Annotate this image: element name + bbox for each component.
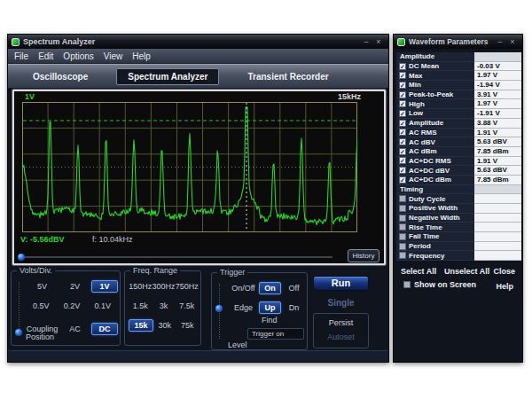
param-label: AC+DC dBm (409, 176, 451, 184)
param-label: Low (409, 109, 423, 117)
coupling-option-ac[interactable]: AC (59, 325, 91, 333)
freq-option-1-5k[interactable]: 1.5k (129, 301, 152, 310)
param-label-cell: Rise Time (396, 223, 474, 232)
history-button[interactable]: History (348, 249, 379, 262)
param-label: Peak-to-Peak (409, 90, 453, 98)
menu-item-help[interactable]: Help (132, 51, 151, 61)
run-button[interactable]: Run (313, 276, 369, 291)
volts-option-0-2v[interactable]: 0.2V (57, 301, 88, 310)
freq-option-15k[interactable]: 15k (129, 319, 153, 332)
minimize-button[interactable]: – (360, 36, 372, 47)
freq-option-300hz[interactable]: 300Hz (152, 282, 175, 291)
checkbox-max[interactable]: ✓ (399, 72, 406, 79)
trigger-off-button[interactable]: Off (281, 284, 307, 293)
checkbox-min[interactable]: ✓ (399, 82, 406, 89)
param-value: -1.91 V (474, 109, 521, 119)
select-all-button[interactable]: Select All (401, 267, 436, 276)
persist-button[interactable]: Persist (314, 318, 368, 327)
close-panel-button[interactable]: Close (493, 267, 515, 276)
level-slider-thumb[interactable] (215, 305, 223, 312)
checkbox-ac-dc-rms[interactable]: ✓ (399, 157, 406, 164)
tab-spectrum-analyzer[interactable]: Spectrum Analyzer (116, 68, 219, 85)
checkbox-low[interactable]: ✓ (399, 110, 406, 117)
close-button[interactable]: × (506, 36, 519, 47)
param-label-cell: ✓AC RMS (396, 129, 474, 138)
checkbox-frequency[interactable] (399, 252, 406, 259)
param-row-high: ✓High1.97 V (396, 99, 521, 109)
volts-option-1v[interactable]: 1V (91, 280, 118, 293)
checkbox-negative-width[interactable] (399, 215, 406, 222)
checkbox-ac-dc-dbv[interactable]: ✓ (399, 167, 406, 174)
trigger-on-button[interactable]: On (259, 282, 281, 294)
param-value (474, 214, 521, 223)
param-label: Frequency (409, 252, 444, 260)
menu-item-edit[interactable]: Edit (38, 51, 53, 61)
checkbox-fall-time[interactable] (399, 233, 406, 240)
find-button[interactable]: Find (262, 316, 278, 325)
window-title: Spectrum Analyzer (23, 37, 360, 46)
single-button[interactable]: Single (313, 298, 369, 308)
position-slider-thumb[interactable] (15, 329, 22, 336)
menu-item-options[interactable]: Options (63, 51, 93, 61)
freq-option-75k[interactable]: 75k (176, 321, 200, 330)
edge-up-button[interactable]: Up (259, 301, 281, 314)
menu-item-view[interactable]: View (104, 51, 123, 61)
level-label: Level (228, 340, 247, 349)
param-value: 1.97 V (474, 99, 521, 109)
checkbox-ac-dbm[interactable]: ✓ (399, 148, 406, 155)
close-button[interactable]: × (372, 36, 385, 47)
unselect-all-button[interactable]: Unselect All (444, 267, 489, 276)
minimize-button[interactable]: – (494, 36, 506, 47)
checkbox-rise-time[interactable] (399, 223, 406, 231)
autoset-button[interactable]: Autoset (314, 332, 368, 341)
param-label: AC RMS (409, 129, 437, 137)
param-row-ac-dc-dbv: ✓AC+DC dBV5.63 dBV (396, 166, 521, 176)
volts-option-0-1v[interactable]: 0.1V (87, 301, 118, 310)
checkbox-peak-to-peak[interactable]: ✓ (399, 91, 406, 98)
param-value (474, 223, 521, 232)
horizontal-scroll-thumb[interactable] (18, 254, 25, 261)
freq-range-label: 15kHz (338, 92, 361, 101)
freq-option-3k[interactable]: 3k (152, 301, 175, 310)
checkbox-duty-cycle[interactable] (399, 195, 406, 202)
checkbox-ac-rms[interactable]: ✓ (399, 129, 406, 136)
param-label-cell: ✓AC dBm (396, 147, 474, 157)
title-bar[interactable]: Waveform Parameters – × (394, 35, 522, 49)
title-bar[interactable]: Spectrum Analyzer – × (8, 35, 388, 49)
horizontal-scroll-track[interactable] (20, 256, 332, 258)
freq-option-150hz[interactable]: 150Hz (129, 282, 152, 291)
volts-option-0-5v[interactable]: 0.5V (26, 301, 57, 310)
edge-dn-button[interactable]: Dn (281, 303, 307, 312)
checkbox-positive-width[interactable] (399, 205, 406, 212)
volts-option-2v[interactable]: 2V (59, 282, 91, 291)
param-row-ac-dbv: ✓AC dBV5.63 dBV (396, 137, 521, 147)
show-on-screen-checkbox[interactable] (403, 281, 411, 288)
coupling-option-dc[interactable]: DC (91, 323, 118, 335)
onoff-label: On/Off (228, 284, 259, 293)
checkbox-dc-mean[interactable]: ✓ (399, 63, 406, 70)
checkbox-ac-dc-dbm[interactable]: ✓ (399, 176, 406, 184)
tab-oscilloscope[interactable]: Oscilloscope (27, 69, 93, 84)
tab-transient-recorder[interactable]: Transient Recorder (242, 69, 333, 84)
checkbox-ac-dbv[interactable]: ✓ (399, 138, 406, 145)
checkbox-high[interactable]: ✓ (399, 100, 406, 107)
checkbox-period[interactable] (399, 243, 406, 250)
show-on-screen-label: Show on Screen (414, 280, 476, 289)
param-label-cell: ✓High (396, 99, 474, 109)
cursor-frequency-readout: f: 10.04kHz (92, 235, 133, 244)
freq-option-30k[interactable]: 30k (153, 321, 176, 330)
volts-option-5v[interactable]: 5V (26, 282, 59, 291)
help-button[interactable]: Help (496, 282, 513, 291)
freq-option-750hz[interactable]: 750Hz (176, 282, 199, 291)
menu-item-file[interactable]: File (14, 51, 28, 61)
volts-div-title: Volts/Div. (17, 266, 55, 275)
position-slider-track[interactable] (19, 282, 20, 334)
param-label-cell: ✓DC Mean (396, 62, 474, 72)
checkbox-amplitude[interactable]: ✓ (399, 120, 406, 127)
param-row-dc-mean: ✓DC Mean-0.03 V (396, 62, 521, 72)
freq-option-7-5k[interactable]: 7.5k (176, 301, 199, 310)
param-value: 1.91 V (474, 157, 521, 167)
trigger-level-field[interactable]: Trigger on (247, 328, 304, 340)
trigger-group: Trigger On/Off On Off Edge Up Dn Find Tr… (211, 272, 308, 350)
param-value (474, 194, 521, 204)
